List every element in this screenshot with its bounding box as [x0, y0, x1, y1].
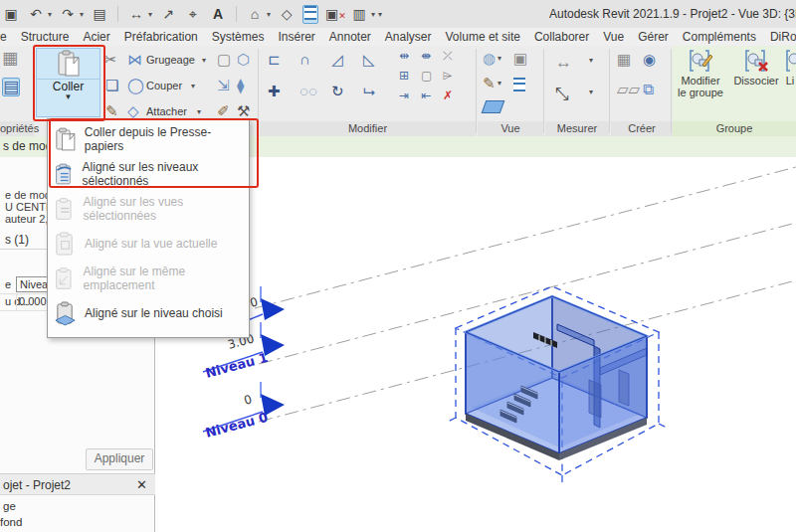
default-3d-view-icon[interactable]: ⌂	[246, 6, 264, 22]
menu-item-paste-clipboard[interactable]: Coller depuis le Presse-papiers	[48, 121, 249, 156]
link-group-button[interactable]: Li	[784, 49, 796, 87]
thin-lines-icon[interactable]	[302, 5, 318, 24]
delete-icon[interactable]: ✗	[443, 89, 453, 101]
align-left-icon[interactable]: ⇤	[421, 89, 431, 101]
trim-extend-single-icon[interactable]: ◿	[331, 52, 343, 67]
tab-systemes[interactable]: Systèmes	[212, 30, 265, 44]
level-0-head[interactable]: 0 Niveau 0	[203, 382, 285, 441]
cube-icon[interactable]: ⬡	[237, 52, 250, 67]
switch-windows-icon[interactable]: ▥	[350, 6, 368, 22]
undo-dropdown-icon[interactable]: ▾	[48, 10, 52, 19]
property-value[interactable]: 0.000	[19, 295, 47, 307]
level-2-elevation: 0	[249, 294, 260, 310]
align-right-icon[interactable]: ⇥	[399, 89, 409, 101]
switch-windows-dropdown-icon[interactable]: ▾	[371, 10, 375, 19]
modify-icon[interactable]: ▦	[2, 50, 18, 67]
3d-view-dropdown-icon[interactable]: ▾	[267, 10, 271, 19]
tab-complements[interactable]: Compléments	[683, 30, 756, 44]
tab-gerer[interactable]: Gérer	[638, 30, 669, 44]
aligned-dimension-icon[interactable]: ↗	[159, 6, 177, 22]
render-icon[interactable]: ◇	[278, 6, 296, 22]
fillet-icon[interactable]: ∩	[299, 52, 310, 67]
tab-volume-et-site[interactable]: Volume et site	[446, 30, 520, 44]
create-similar-icon[interactable]: ◉	[643, 52, 656, 67]
copy-icon[interactable]: ❏	[105, 78, 118, 92]
tab-analyser[interactable]: Analyser	[385, 30, 432, 44]
measure-icon[interactable]: ↔	[127, 6, 145, 22]
properties-palette-icon[interactable]: ▤	[2, 78, 20, 96]
cut-icon[interactable]: ✂	[104, 52, 117, 67]
building-model[interactable]	[448, 286, 667, 487]
dimension-icon[interactable]: ⤡	[555, 86, 569, 102]
trim-extend-multiple-icon[interactable]: ◺	[363, 52, 375, 67]
mirror-axis-icon[interactable]: ⇹	[399, 50, 409, 62]
close-icon[interactable]: ✕	[136, 474, 147, 496]
redo-icon[interactable]: ↷	[59, 6, 77, 22]
mirror-line-icon[interactable]: ⇼	[421, 50, 431, 62]
text-icon[interactable]: A	[209, 6, 227, 22]
edit-group-button[interactable]: Modifier le groupe	[675, 49, 726, 98]
paintbrush-dropdown-icon[interactable]: ▾	[498, 79, 501, 88]
tab-annoter[interactable]: Annoter	[329, 30, 371, 44]
cut-geometry-label[interactable]: Couper	[146, 80, 182, 91]
tab-structure[interactable]: Structure	[21, 30, 70, 44]
menu-item-aligned-selected-levels[interactable]: Aligné sur les niveaux sélectionnés	[48, 156, 249, 191]
split-element-icon[interactable]: ⇲	[217, 78, 230, 92]
create-assembly-icon[interactable]: ▱▱	[617, 82, 640, 96]
tab-inserer[interactable]: Insérer	[278, 30, 314, 44]
paste-dropdown-arrow[interactable]: ▼	[65, 93, 73, 100]
pin-icon[interactable]: ⌲	[443, 70, 452, 82]
tab-diroots[interactable]: DiRo	[770, 30, 796, 44]
tab-vue[interactable]: Vue	[603, 30, 624, 44]
apply-button[interactable]: Appliquer	[86, 448, 153, 470]
aligned-picked-level-icon	[54, 300, 77, 326]
displace-elements-icon[interactable]	[482, 100, 505, 113]
drawing-area[interactable]: 0 3.00 Niveau 1 0 Niveau 0	[155, 157, 796, 532]
tab-acier[interactable]: Acier	[83, 30, 109, 44]
match-properties-icon[interactable]: ✎	[105, 103, 118, 118]
measure-dropdown-icon[interactable]: ▾	[589, 56, 593, 65]
edit-type-icon[interactable]: ✐	[217, 103, 230, 118]
measure-between-icon[interactable]: ↔	[555, 54, 572, 71]
paintbrush-icon[interactable]: ✎	[483, 76, 496, 90]
level-2-line[interactable]	[255, 167, 796, 308]
lightbulb-dropdown-icon[interactable]: ▾	[498, 54, 501, 63]
paste-button-label[interactable]: Coller	[37, 79, 100, 93]
offset-icon[interactable]: ⧫	[237, 78, 244, 92]
align-icon[interactable]: ⊏	[268, 52, 281, 67]
demolish-hammer-icon[interactable]: ⚒	[237, 103, 250, 118]
move-icon[interactable]: ✚	[268, 84, 281, 98]
scale-icon[interactable]: ▢	[421, 70, 432, 82]
undo-icon[interactable]: ↶	[27, 6, 45, 22]
ungroup-button[interactable]: Dissocier	[730, 49, 782, 87]
paste-split-button[interactable]: Coller ▼	[36, 48, 100, 117]
camera-icon: ▣	[513, 51, 527, 66]
create-parts-icon[interactable]: ⧉	[643, 82, 654, 96]
cope-dropdown-icon[interactable]: ▾	[202, 56, 206, 65]
dimension-dropdown-icon[interactable]: ▾	[589, 88, 593, 96]
join-geometry-label[interactable]: Attacher	[146, 105, 187, 117]
join-dropdown-icon[interactable]: ▾	[197, 107, 201, 116]
create-group-icon[interactable]: ▦	[617, 52, 631, 67]
tag-icon[interactable]: ⌖	[184, 6, 202, 23]
array-icon[interactable]: ⊞	[399, 70, 409, 82]
tab-prefabrication[interactable]: Préfabrication	[124, 30, 198, 44]
corner-join-icon[interactable]: ⮡	[363, 84, 375, 98]
copy-element-icon[interactable]: ◌◌	[299, 84, 317, 98]
browser-tree-item[interactable]: ge	[3, 500, 16, 512]
browser-tree-item[interactable]: fond	[0, 516, 22, 528]
print-icon[interactable]: ▤	[91, 6, 108, 22]
tab-collaborer[interactable]: Collaborer	[534, 30, 589, 44]
redo-dropdown-icon[interactable]: ▾	[80, 10, 84, 19]
app-menu-icon[interactable]: ▣	[2, 6, 20, 22]
close-hidden-windows-icon[interactable]: ▣✕	[325, 6, 343, 22]
tab-architecture[interactable]: ture	[0, 30, 7, 44]
lightbulb-icon[interactable]: ◍	[483, 51, 496, 66]
rotate-icon[interactable]: ↻	[331, 84, 344, 98]
menu-item-aligned-picked-level[interactable]: Aligné sur le niveau choisi	[48, 295, 249, 330]
cope-label[interactable]: Grugeage	[146, 54, 195, 66]
customize-qat-icon[interactable]: ▾	[378, 10, 382, 19]
cut-geometry-dropdown-icon[interactable]: ▾	[191, 82, 195, 90]
hide-lines-icon[interactable]	[513, 78, 525, 95]
measure-dropdown-icon[interactable]: ▾	[148, 10, 152, 19]
